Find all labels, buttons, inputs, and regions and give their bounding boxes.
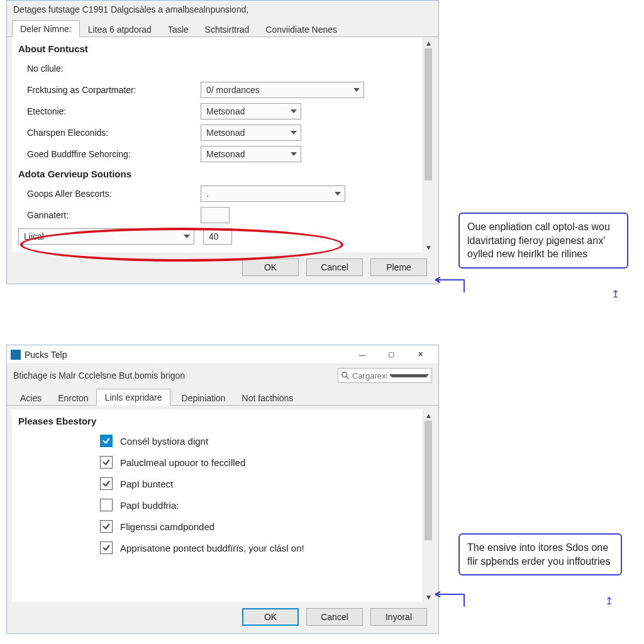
combo-frcktusing[interactable]: 0/ mordances [201, 82, 364, 98]
chevron-down-icon [291, 152, 297, 156]
checkbox-5[interactable] [100, 541, 113, 554]
cancel-button[interactable]: Cancel [306, 608, 363, 626]
callout-1-text: Oue enpliation call optol-as wou ldavirt… [467, 221, 610, 259]
check-label-2: PapI buntect [120, 479, 173, 489]
combo-local[interactable]: Liical [18, 228, 194, 245]
tab-depiniation[interactable]: Depiniation [174, 389, 234, 406]
minimize-button[interactable]: — [348, 345, 377, 364]
check-icon [102, 479, 111, 488]
scroll-thumb[interactable] [425, 48, 432, 180]
combo-goops[interactable]: . [201, 186, 345, 202]
combo-goed-value: Metsonad [206, 149, 245, 159]
dialog2-tabs: Acies Enrcton Linls expridare Depiniatio… [7, 387, 438, 406]
scroll-down-icon[interactable]: ▾ [423, 242, 433, 252]
check-row-0: Consél bystiora dignt [18, 430, 416, 452]
combo-etectonie-value: Metsonad [206, 106, 245, 116]
check-icon [102, 458, 111, 467]
group-pleases: Pleases Ebestory [18, 416, 416, 426]
combo-goed[interactable]: Metsonad [201, 146, 301, 162]
chevron-down-icon [291, 109, 297, 113]
row-goops-label: Goops Aller Bescorts: [18, 189, 201, 199]
tab-enrcton[interactable]: Enrcton [50, 389, 96, 406]
tab-acies[interactable]: Acies [12, 389, 50, 406]
check-label-0: Consél bystiora dignt [120, 436, 208, 447]
settings-dialog-2: Pucks Telp — ▢ ✕ Btichage is Malr Ccclel… [6, 345, 439, 634]
cancel-button[interactable]: Cancel [306, 258, 363, 276]
scroll-thumb[interactable] [425, 421, 432, 540]
callout-1: Oue enpliation call optol-as wou ldavirt… [458, 213, 628, 269]
num-local[interactable]: 40 [203, 228, 232, 245]
checkbox-1[interactable] [100, 456, 113, 469]
check-icon [102, 436, 111, 445]
settings-dialog-1: Detages futstage C1991 Dalgcisàles a ama… [6, 0, 439, 284]
dialog2-scrollbar[interactable]: ▴ ▾ [423, 409, 433, 602]
dialog1-header: Detages futstage C1991 Dalgcisàles a ama… [7, 1, 438, 18]
chevron-down-icon [184, 235, 190, 238]
dialog2-header-text: Btichage is Malr Ccclelsne But.bomis bri… [13, 370, 331, 380]
group-about-fontucst: About Fontucst [18, 43, 416, 54]
no-clule-label: No cllule: [18, 64, 64, 74]
dialog1-tabs: Deler Nimne: Litea 6 atpdorad Tasle Scht… [7, 18, 438, 37]
dialog1-scrollbar[interactable]: ▴ ▾ [423, 37, 433, 252]
svg-line-1 [347, 377, 349, 379]
group-adota: Adota Gervieup Soutions [18, 169, 416, 179]
row-gannatert-label: Gannatert: [18, 210, 201, 220]
combo-charspen-value: Metsonad [206, 128, 245, 138]
dialog2-panel: Pleases Ebestory Consél bystiora dignt P… [12, 409, 423, 602]
combo-charspen[interactable]: Metsonad [201, 125, 301, 141]
ok-button[interactable]: OK [242, 258, 299, 276]
tab-tasle[interactable]: Tasle [160, 21, 197, 37]
callout-1-anchor-icon: ↥ [611, 289, 619, 299]
pleme-button[interactable]: Pleme [370, 258, 427, 276]
app-icon [11, 350, 21, 360]
check-icon [102, 543, 111, 552]
search-placeholder: Cargarexir… [352, 371, 387, 380]
check-row-4: Fligenssi camdponded [18, 516, 416, 537]
dialog1-header-text: Detages futstage C1991 Dalgcisàles a ama… [13, 4, 432, 14]
check-icon [102, 522, 111, 531]
tab-linls[interactable]: Linls expridare [96, 389, 170, 406]
combo-local-value: Liical [24, 231, 44, 242]
maximize-button[interactable]: ▢ [377, 345, 406, 364]
check-row-1: Paluclmeal upouor to feccilled [18, 452, 416, 473]
row-frcktusing-label: Frcktusing as Corpartmater: [18, 85, 201, 95]
num-gannatert[interactable] [201, 207, 230, 223]
tab-deler-nimne[interactable]: Deler Nimne: [12, 20, 80, 37]
dialog2-titlebar: Pucks Telp — ▢ ✕ [7, 345, 438, 364]
invoral-button[interactable]: Inyoral [370, 608, 427, 626]
tab-schtsirttrad[interactable]: Schtsirttrad [197, 21, 258, 37]
check-label-3: PapI buddfria: [120, 500, 179, 511]
combo-goops-value: . [206, 189, 209, 199]
row-etectonie-label: Etectonie: [18, 106, 201, 116]
combo-etectonie[interactable]: Metsonad [201, 103, 301, 119]
chevron-down-icon [389, 374, 429, 377]
chevron-down-icon [291, 131, 297, 135]
chevron-down-icon [353, 88, 360, 92]
ok-button[interactable]: OK [242, 608, 299, 626]
row-goed-label: Goed Buddffire Sehorcing: [18, 149, 201, 159]
checkbox-2[interactable] [100, 477, 113, 490]
callout-2-anchor-icon: ↥ [605, 596, 613, 606]
scroll-up-icon[interactable]: ▴ [423, 409, 433, 420]
tab-notfacthions[interactable]: Not facthions [234, 389, 302, 406]
tab-conviidiate[interactable]: Conviidiate Nenes [257, 21, 345, 37]
check-row-2: PapI buntect [18, 473, 416, 494]
tab-litea[interactable]: Litea 6 atpdorad [80, 21, 160, 37]
scroll-up-icon[interactable]: ▴ [423, 37, 433, 48]
search-input[interactable]: Cargarexir… [338, 368, 432, 383]
check-label-5: Apprisatone pontect buddfïrïs, your clás… [120, 543, 304, 553]
callout-2: The ensive into itores Sdos one flir spþ… [458, 533, 622, 575]
dialog1-panel: About Fontucst No cllule: Frcktusing as … [12, 37, 423, 252]
search-icon [341, 371, 350, 380]
svg-point-0 [342, 372, 347, 377]
checkbox-4[interactable] [100, 520, 113, 533]
chevron-down-icon [335, 192, 341, 196]
num-local-value: 40 [209, 231, 219, 242]
callout-2-text: The ensive into itores Sdos one flir spþ… [467, 542, 610, 567]
dialog1-buttons: OK Cancel Pleme [7, 252, 438, 284]
checkbox-3[interactable] [100, 499, 113, 511]
scroll-down-icon[interactable]: ▾ [423, 591, 433, 602]
dialog2-header: Btichage is Malr Ccclelsne But.bomis bri… [7, 364, 438, 387]
close-button[interactable]: ✕ [406, 345, 435, 364]
checkbox-0[interactable] [100, 435, 113, 447]
